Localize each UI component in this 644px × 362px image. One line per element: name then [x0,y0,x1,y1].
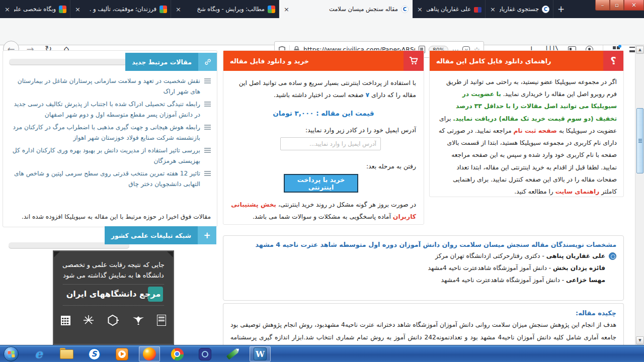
joomla-icon [159,6,167,13]
list-item[interactable]: نقش شخصیت در تعهد و سلامت سازمانی پرستار… [8,76,211,97]
taskbar-item-firefox-active[interactable] [139,346,160,361]
page-scrollbar[interactable]: ▲ ▼ [635,45,644,345]
authors-title: مشخصات نویسندگان مقاله سنجش میسان سلامت … [223,236,623,250]
next-step-label: رفتن به مرحله بعد: [231,162,416,170]
tab-title: مقاله سنجش میسان سلامت [293,6,398,13]
tab-close-icon[interactable]: × [416,6,424,13]
guide-body: اگر در مجموعه سیویلیکا عضو نیستید، به را… [430,71,623,197]
tab-close-icon[interactable]: × [4,6,11,13]
taskbar-item-chrome[interactable] [167,346,188,361]
qr-logo-icon [61,316,70,325]
guide-header: راهنمای دانلود فایل کامل این مقاله ؟ [430,51,623,71]
eagle-logo-icon [132,315,145,325]
tab-title: وبگاه شخصی علی اصغر پ [14,6,56,13]
ad-text: جایی که نتیجه رقابت علمی و تخصصی دانشگاه… [54,259,173,281]
joomla-icon [59,6,66,13]
tab-title: فرزندان؛ موفقیت، تألیف و . [85,6,156,13]
start-button[interactable] [4,346,19,361]
taskbar-item-ie[interactable]: e [28,346,49,361]
new-tab-button[interactable]: + [553,0,569,18]
folder-icon [60,349,73,359]
starburst-logo-icon [83,315,94,326]
list-lines-icon [204,125,211,130]
corner-decoration [166,250,174,258]
tab-strip: × وبگاه شخصی علی اصغر پ × فرزندان؛ موفقی… [0,0,569,18]
taskbar-item-s-app[interactable]: S [84,346,105,361]
article-link[interactable]: تاثیر 12 هفته تمرین منتخب قدرتی روی سطح … [8,168,200,189]
article-link[interactable]: رابطه تنیدگی تحصیلی ادراک شده با اجتناب … [8,99,200,120]
download-guide-panel: راهنمای دانلود فایل کامل این مقاله ؟ اگر… [429,50,624,197]
portal-app-icon [199,348,211,360]
author-name[interactable]: مهسا خزاعی [566,277,605,284]
minimize-button[interactable]: – [595,0,610,11]
corner-decoration [53,250,61,258]
author-avatar-slot [605,252,616,260]
civilica-icon: C [401,6,409,13]
related-articles-footer: مقالات فوق اخیرا در حوزه مرتبط با این مق… [8,213,211,220]
list-item[interactable]: رابطه تنیدگی تحصیلی ادراک شده با اجتناب … [8,99,211,120]
tab-content-edit[interactable]: × مطالب: ویرایش - وبگاه شخ [171,0,279,18]
tab-children-article[interactable]: × فرزندان؛ موفقیت، تألیف و . [70,0,171,18]
browser-nav-bar: ← → ↻ ⌂ https://www.civilica.com/Paper-A… [0,18,644,45]
hexagon-logo-icon [106,314,119,327]
author-name[interactable]: فائزه یزدان بخش [553,264,605,272]
tab-civilica-search[interactable]: × جستجوی غفاریان C [486,0,553,18]
tab-search-engine[interactable]: × علی غفاریان پناهی - جوی [413,0,486,18]
buy-online-button[interactable]: خرید با پرداخت اینترنتی [284,174,358,193]
screen: × وبگاه شخصی علی اصغر پ × فرزندان؛ موفقی… [0,0,644,362]
taskbar-item-portal[interactable] [194,346,215,361]
author-name[interactable]: علی غفاریان پناهی [546,252,605,259]
tab-title: علی غفاریان پناهی - جوی [427,6,471,13]
taskbar-item-word-active[interactable]: W [250,346,271,361]
tab-close-icon[interactable]: × [489,6,497,13]
question-icon: ؟ [603,51,623,71]
close-button[interactable]: × [624,0,644,11]
scrollbar-up-arrow[interactable]: ▲ [636,46,644,54]
scrollbar-thumb[interactable] [636,108,643,173]
plus-icon[interactable]: + [198,226,216,244]
article-link[interactable]: نقش شخصیت در تعهد و سلامت سازمانی پرستار… [8,76,200,97]
authors-panel: مشخصات نویسندگان مقاله سنجش میسان سلامت … [223,235,624,301]
article-link[interactable]: رابطه هوش هیجانی و جهت گیری مذهبی با اضط… [8,122,200,143]
list-item[interactable]: رابطه هوش هیجانی و جهت گیری مذهبی با اضط… [8,122,211,143]
civilica-icon: C [542,6,549,13]
word-icon: W [254,347,267,360]
list-item[interactable]: تاثیر 12 هفته تمرین منتخب قدرتی روی سطح … [8,168,211,189]
taskbar-item-notes[interactable] [222,346,243,361]
list-lines-icon [204,102,211,107]
tab-close-icon[interactable]: × [283,6,290,13]
purchase-body: با استفاده از پرداخت اینترنتی بسیار سریع… [223,71,424,224]
related-articles-header: مقالات مرتبط جدید [125,53,217,71]
abstract-title: چکیده مقاله: [223,304,623,318]
purchase-panel: خرید و دانلود فایل مقاله با استفاده از پ… [223,50,424,225]
seal-logo-icon [157,315,166,326]
site-guide-link[interactable]: راهنمای سایت [555,188,600,195]
taskbar-icons: e S W [28,346,271,361]
window-controls: – ▫ × [595,0,644,11]
email-label: آدرس ایمیل خود را در کادر زیر وارد نمایی… [231,126,416,134]
register-page-link[interactable]: صفحه ثبت نام [513,127,557,134]
cart-icon [404,51,424,71]
ad-banner[interactable]: جایی که نتیجه رقابت علمی و تخصصی دانشگاه… [53,250,174,345]
link-icon [198,53,217,71]
tab-civilica-paper-active[interactable]: × مقاله سنجش میسان سلامت C [279,0,413,18]
tab-close-icon[interactable]: × [175,6,182,13]
s-app-icon: S [88,348,101,360]
tab-close-icon[interactable]: × [74,6,82,13]
list-item[interactable]: بررسی تاثیر استفاده از مدیریت دانش بر به… [8,145,211,166]
author-row: فائزه یزدان بخش - دانش آموز آموزشگاه شاه… [223,262,623,275]
related-articles-title: مقالات مرتبط جدید [125,53,198,71]
maximize-button[interactable]: ▫ [610,0,624,11]
list-lines-icon [204,78,211,83]
tab-personal-site[interactable]: × وبگاه شخصی علی اصغر پ [0,0,70,18]
purchase-intro: با استفاده از پرداخت اینترنتی بسیار سریع… [231,77,416,101]
related-articles-list: نقش شخصیت در تعهد و سلامت سازمانی پرستار… [8,76,211,192]
scrollbar-down-arrow[interactable]: ▼ [636,336,644,344]
notification-dot [618,45,621,48]
divider [63,284,164,285]
taskbar-item-player[interactable] [111,346,132,361]
tab-title: مطالب: ویرایش - وبگاه شخ [185,6,265,13]
taskbar-item-explorer[interactable] [56,346,77,361]
email-input[interactable] [280,137,381,150]
article-link[interactable]: بررسی تاثیر استفاده از مدیریت دانش بر به… [8,145,200,166]
